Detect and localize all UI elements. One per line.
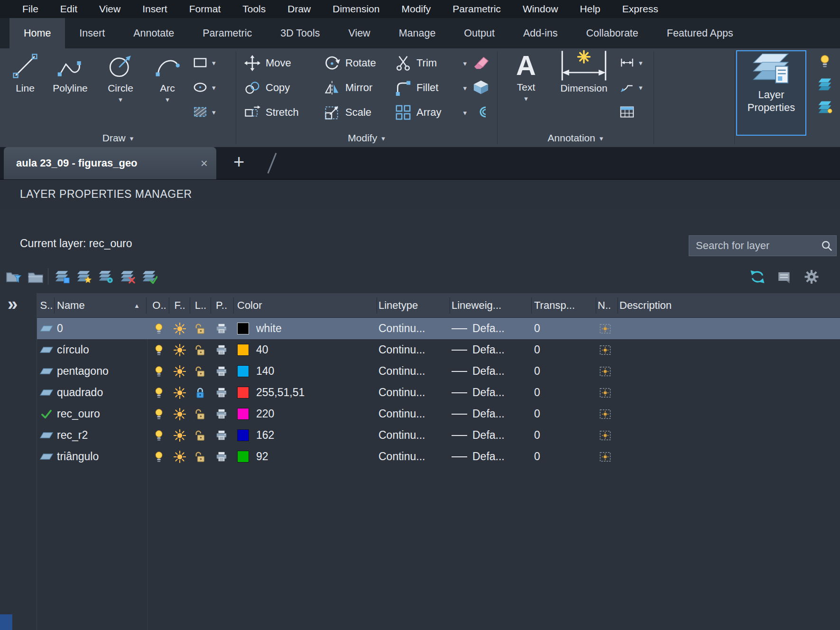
layer-unlocked-icon[interactable] <box>192 446 208 467</box>
copy-button[interactable]: Copy <box>244 77 290 99</box>
layer-new-vp-freeze-icon[interactable] <box>598 382 613 403</box>
layer-on-lightbulb-icon[interactable] <box>151 318 167 339</box>
new-layer-vp-frozen-button[interactable] <box>96 268 116 286</box>
column-header-description[interactable]: Description <box>619 293 672 318</box>
layer-plot-printer-icon[interactable] <box>213 425 230 446</box>
polyline-button[interactable]: Polyline <box>46 50 95 94</box>
text-button[interactable]: A Text ▾ <box>506 50 546 102</box>
ribbon-tab-output[interactable]: Output <box>450 18 509 48</box>
layer-name[interactable]: quadrado <box>57 382 103 403</box>
layer-plot-printer-icon[interactable] <box>213 339 230 361</box>
layer-linetype[interactable]: Continu... <box>378 446 425 467</box>
dimension-style-button[interactable]: ▾ <box>619 52 643 73</box>
layer-lineweight[interactable]: Defa... <box>452 446 505 467</box>
layer-freeze-sun-icon[interactable] <box>171 425 188 446</box>
layer-settings-dialog-icon[interactable] <box>775 268 795 286</box>
layer-linetype[interactable]: Continu... <box>378 382 425 403</box>
layer-lineweight[interactable]: Defa... <box>452 361 505 382</box>
column-header-linetype[interactable]: Linetype <box>378 293 418 318</box>
layer-freeze-sun-icon[interactable] <box>171 339 188 361</box>
modify-panel-label[interactable]: Modify ▾ <box>236 131 497 145</box>
layer-unlocked-icon[interactable] <box>192 403 208 425</box>
layer-lineweight[interactable]: Defa... <box>452 318 505 339</box>
layer-on-lightbulb-icon[interactable] <box>151 382 167 403</box>
column-header-color[interactable]: Color <box>237 293 262 318</box>
fillet-button[interactable]: Fillet ▾ <box>395 77 467 99</box>
layer-new-vp-freeze-icon[interactable] <box>598 318 613 339</box>
chevron-down-icon[interactable]: ▾ <box>119 96 122 103</box>
layer-freeze-sun-icon[interactable] <box>171 361 188 382</box>
stretch-button[interactable]: Stretch <box>244 102 299 123</box>
layer-name[interactable]: triângulo <box>57 446 99 467</box>
ribbon-tab-manage[interactable]: Manage <box>385 18 450 48</box>
hatch-button[interactable]: ▾ <box>193 102 216 122</box>
expand-layer-filter-button[interactable]: » <box>8 294 18 315</box>
layer-freeze-sun-icon[interactable] <box>171 446 188 467</box>
column-header-on[interactable]: O.. <box>151 293 168 318</box>
layer-name[interactable]: rec_r2 <box>57 425 88 446</box>
chevron-down-icon[interactable]: ▾ <box>639 84 643 91</box>
layer-transparency[interactable]: 0 <box>534 361 540 382</box>
layer-transparency[interactable]: 0 <box>534 382 540 403</box>
layer-states-manager-button[interactable] <box>52 268 72 286</box>
layer-on-off-button[interactable] <box>813 51 837 71</box>
menu-window[interactable]: Window <box>512 0 569 18</box>
column-header-plot[interactable]: P.. <box>213 293 230 318</box>
mirror-button[interactable]: Mirror <box>323 77 372 99</box>
ribbon-tab-view[interactable]: View <box>334 18 384 48</box>
chevron-down-icon[interactable]: ▾ <box>524 95 528 102</box>
table-button[interactable] <box>619 102 635 122</box>
chevron-down-icon[interactable]: ▾ <box>463 84 467 92</box>
layer-on-lightbulb-icon[interactable] <box>151 339 167 361</box>
trim-button[interactable]: Trim ▾ <box>395 52 467 74</box>
layer-color[interactable]: 140 <box>237 361 274 382</box>
column-header-status[interactable]: S.. <box>38 293 55 318</box>
chevron-down-icon[interactable]: ▾ <box>463 109 467 116</box>
layer-row[interactable]: 0whiteContinu...Defa...0 <box>37 318 840 339</box>
layer-unlocked-icon[interactable] <box>192 425 208 446</box>
layer-plot-printer-icon[interactable] <box>213 361 230 382</box>
column-header-new-vp[interactable]: N.. <box>598 293 615 318</box>
array-button[interactable]: Array ▾ <box>395 102 467 123</box>
chevron-down-icon[interactable]: ▾ <box>166 96 169 103</box>
layer-row[interactable]: rec_ouro220Continu...Defa...0 <box>37 403 840 425</box>
column-header-freeze[interactable]: F.. <box>171 293 188 318</box>
drawing-tab[interactable]: aula 23_09 - figuras_geo × <box>4 147 216 179</box>
color-swatch[interactable] <box>237 429 249 441</box>
layer-transparency[interactable]: 0 <box>534 339 540 361</box>
ribbon-tab-featured-apps[interactable]: Featured Apps <box>653 18 748 48</box>
chevron-down-icon[interactable]: ▾ <box>463 60 467 67</box>
dimension-button[interactable]: Dimension <box>551 50 617 94</box>
layer-unlocked-icon[interactable] <box>192 361 208 382</box>
rectangle-button[interactable]: ▾ <box>193 52 216 73</box>
ribbon-tab-parametric[interactable]: Parametric <box>188 18 266 48</box>
layer-row[interactable]: pentagono140Continu...Defa...0 <box>37 361 840 382</box>
ribbon-tab-annotate[interactable]: Annotate <box>119 18 188 48</box>
menu-file[interactable]: File <box>11 0 49 18</box>
layer-transparency[interactable]: 0 <box>534 318 540 339</box>
annotation-panel-label[interactable]: Annotation ▾ <box>497 131 654 145</box>
layer-plot-printer-icon[interactable] <box>213 446 230 467</box>
layer-color[interactable]: 162 <box>237 425 274 446</box>
menu-parametric[interactable]: Parametric <box>442 0 512 18</box>
layer-state-button[interactable] <box>813 97 837 117</box>
menu-dimension[interactable]: Dimension <box>322 0 390 18</box>
layer-transparency[interactable]: 0 <box>534 403 540 425</box>
layer-freeze-sun-icon[interactable] <box>171 318 188 339</box>
layer-freeze-sun-icon[interactable] <box>171 403 188 425</box>
layer-color[interactable]: 92 <box>237 446 268 467</box>
scale-button[interactable]: Scale <box>323 102 371 123</box>
layer-plot-printer-icon[interactable] <box>213 403 230 425</box>
gear-icon[interactable] <box>802 268 822 286</box>
menu-tools[interactable]: Tools <box>231 0 277 18</box>
layer-new-vp-freeze-icon[interactable] <box>598 425 613 446</box>
color-swatch[interactable] <box>237 365 249 377</box>
layer-new-vp-freeze-icon[interactable] <box>598 339 613 361</box>
layer-on-lightbulb-icon[interactable] <box>151 361 167 382</box>
explode-button[interactable] <box>472 77 489 98</box>
layer-name[interactable]: círculo <box>57 339 89 361</box>
layer-freeze-sun-icon[interactable] <box>171 382 188 403</box>
circle-button[interactable]: Circle ▾ <box>98 50 143 103</box>
menu-express[interactable]: Express <box>611 0 669 18</box>
layer-plot-printer-icon[interactable] <box>213 382 230 403</box>
